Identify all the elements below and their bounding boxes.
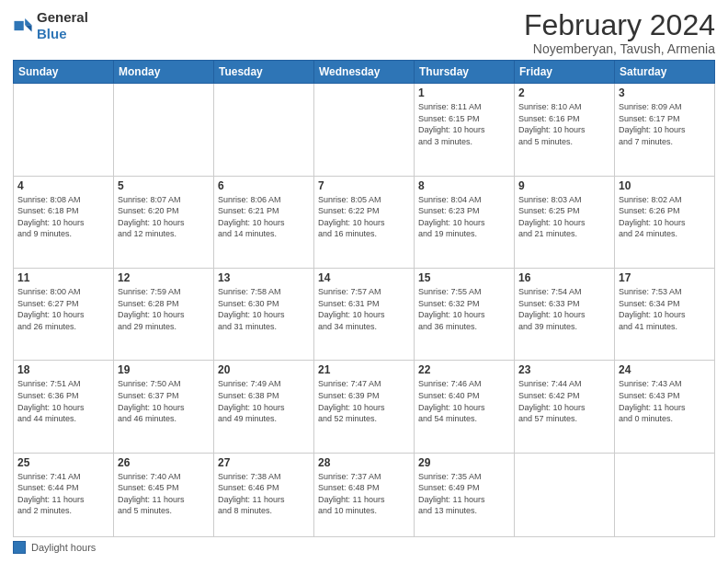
calendar-cell: 1Sunrise: 8:11 AM Sunset: 6:15 PM Daylig… bbox=[415, 84, 515, 176]
calendar-cell: 25Sunrise: 7:41 AM Sunset: 6:44 PM Dayli… bbox=[14, 453, 114, 536]
day-info: Sunrise: 8:05 AM Sunset: 6:22 PM Dayligh… bbox=[318, 194, 410, 240]
header-saturday: Saturday bbox=[615, 61, 715, 84]
subtitle: Noyemberyan, Tavush, Armenia bbox=[524, 41, 715, 56]
calendar-week-0: 1Sunrise: 8:11 AM Sunset: 6:15 PM Daylig… bbox=[14, 84, 715, 176]
day-info: Sunrise: 8:08 AM Sunset: 6:18 PM Dayligh… bbox=[17, 194, 109, 240]
calendar-cell: 10Sunrise: 8:02 AM Sunset: 6:26 PM Dayli… bbox=[615, 176, 715, 268]
day-number: 7 bbox=[318, 179, 410, 192]
header-tuesday: Tuesday bbox=[214, 61, 314, 84]
day-number: 11 bbox=[17, 271, 109, 284]
header: GeneralBlue February 2024 Noyemberyan, T… bbox=[13, 9, 715, 56]
main-title: February 2024 bbox=[524, 9, 715, 41]
day-number: 13 bbox=[218, 271, 310, 284]
logo-icon bbox=[13, 16, 33, 36]
day-info: Sunrise: 7:53 AM Sunset: 6:34 PM Dayligh… bbox=[619, 286, 711, 332]
day-info: Sunrise: 7:41 AM Sunset: 6:44 PM Dayligh… bbox=[17, 471, 109, 517]
header-wednesday: Wednesday bbox=[314, 61, 415, 84]
calendar-cell: 18Sunrise: 7:51 AM Sunset: 6:36 PM Dayli… bbox=[14, 361, 114, 453]
logo: GeneralBlue bbox=[13, 9, 88, 42]
day-number: 5 bbox=[118, 179, 210, 192]
day-number: 8 bbox=[418, 179, 510, 192]
legend-label: Daylight hours bbox=[31, 542, 96, 553]
day-number: 9 bbox=[518, 179, 610, 192]
day-number: 20 bbox=[218, 363, 310, 376]
calendar-cell: 3Sunrise: 8:09 AM Sunset: 6:17 PM Daylig… bbox=[615, 84, 715, 176]
title-block: February 2024 Noyemberyan, Tavush, Armen… bbox=[524, 9, 715, 56]
calendar-cell bbox=[615, 453, 715, 536]
calendar-table: Sunday Monday Tuesday Wednesday Thursday… bbox=[13, 60, 715, 537]
calendar-cell: 7Sunrise: 8:05 AM Sunset: 6:22 PM Daylig… bbox=[314, 176, 415, 268]
day-number: 1 bbox=[418, 86, 510, 99]
day-number: 26 bbox=[118, 456, 210, 469]
day-info: Sunrise: 7:55 AM Sunset: 6:32 PM Dayligh… bbox=[418, 286, 510, 332]
day-number: 19 bbox=[118, 363, 210, 376]
day-number: 6 bbox=[218, 179, 310, 192]
calendar-cell: 19Sunrise: 7:50 AM Sunset: 6:37 PM Dayli… bbox=[114, 361, 214, 453]
legend-box bbox=[13, 541, 26, 554]
svg-rect-3 bbox=[14, 21, 23, 30]
day-number: 4 bbox=[17, 179, 109, 192]
calendar-cell bbox=[314, 84, 415, 176]
day-info: Sunrise: 8:10 AM Sunset: 6:16 PM Dayligh… bbox=[518, 101, 610, 147]
calendar-cell bbox=[114, 84, 214, 176]
calendar-cell bbox=[14, 84, 114, 176]
calendar-cell: 4Sunrise: 8:08 AM Sunset: 6:18 PM Daylig… bbox=[14, 176, 114, 268]
logo-text: GeneralBlue bbox=[37, 9, 88, 42]
calendar-cell: 29Sunrise: 7:35 AM Sunset: 6:49 PM Dayli… bbox=[415, 453, 515, 536]
day-info: Sunrise: 7:35 AM Sunset: 6:49 PM Dayligh… bbox=[418, 471, 510, 517]
calendar-cell: 2Sunrise: 8:10 AM Sunset: 6:16 PM Daylig… bbox=[515, 84, 615, 176]
day-info: Sunrise: 8:11 AM Sunset: 6:15 PM Dayligh… bbox=[418, 101, 510, 147]
day-info: Sunrise: 7:37 AM Sunset: 6:48 PM Dayligh… bbox=[318, 471, 410, 517]
day-number: 18 bbox=[17, 363, 109, 376]
calendar-cell: 15Sunrise: 7:55 AM Sunset: 6:32 PM Dayli… bbox=[415, 268, 515, 360]
day-info: Sunrise: 7:44 AM Sunset: 6:42 PM Dayligh… bbox=[518, 378, 610, 424]
header-sunday: Sunday bbox=[14, 61, 114, 84]
day-info: Sunrise: 7:58 AM Sunset: 6:30 PM Dayligh… bbox=[218, 286, 310, 332]
day-info: Sunrise: 7:59 AM Sunset: 6:28 PM Dayligh… bbox=[118, 286, 210, 332]
calendar-week-2: 11Sunrise: 8:00 AM Sunset: 6:27 PM Dayli… bbox=[14, 268, 715, 360]
calendar-cell bbox=[515, 453, 615, 536]
calendar-cell: 8Sunrise: 8:04 AM Sunset: 6:23 PM Daylig… bbox=[415, 176, 515, 268]
day-number: 27 bbox=[218, 456, 310, 469]
day-info: Sunrise: 8:00 AM Sunset: 6:27 PM Dayligh… bbox=[17, 286, 109, 332]
day-info: Sunrise: 7:38 AM Sunset: 6:46 PM Dayligh… bbox=[218, 471, 310, 517]
calendar-cell: 12Sunrise: 7:59 AM Sunset: 6:28 PM Dayli… bbox=[114, 268, 214, 360]
day-number: 17 bbox=[619, 271, 711, 284]
calendar-cell: 20Sunrise: 7:49 AM Sunset: 6:38 PM Dayli… bbox=[214, 361, 314, 453]
calendar-cell: 16Sunrise: 7:54 AM Sunset: 6:33 PM Dayli… bbox=[515, 268, 615, 360]
day-number: 10 bbox=[619, 179, 711, 192]
day-number: 28 bbox=[318, 456, 410, 469]
day-info: Sunrise: 8:07 AM Sunset: 6:20 PM Dayligh… bbox=[118, 194, 210, 240]
day-info: Sunrise: 8:02 AM Sunset: 6:26 PM Dayligh… bbox=[619, 194, 711, 240]
day-number: 3 bbox=[619, 86, 711, 99]
day-number: 23 bbox=[518, 363, 610, 376]
calendar-cell: 21Sunrise: 7:47 AM Sunset: 6:39 PM Dayli… bbox=[314, 361, 415, 453]
calendar-cell: 13Sunrise: 7:58 AM Sunset: 6:30 PM Dayli… bbox=[214, 268, 314, 360]
page: GeneralBlue February 2024 Noyemberyan, T… bbox=[0, 0, 728, 563]
day-number: 14 bbox=[318, 271, 410, 284]
logo-blue: Blue bbox=[37, 26, 67, 41]
header-monday: Monday bbox=[114, 61, 214, 84]
calendar-cell: 14Sunrise: 7:57 AM Sunset: 6:31 PM Dayli… bbox=[314, 268, 415, 360]
calendar-cell: 27Sunrise: 7:38 AM Sunset: 6:46 PM Dayli… bbox=[214, 453, 314, 536]
day-info: Sunrise: 7:49 AM Sunset: 6:38 PM Dayligh… bbox=[218, 378, 310, 424]
day-number: 29 bbox=[418, 456, 510, 469]
calendar-cell: 17Sunrise: 7:53 AM Sunset: 6:34 PM Dayli… bbox=[615, 268, 715, 360]
header-friday: Friday bbox=[515, 61, 615, 84]
calendar-body: 1Sunrise: 8:11 AM Sunset: 6:15 PM Daylig… bbox=[14, 84, 715, 537]
calendar-week-4: 25Sunrise: 7:41 AM Sunset: 6:44 PM Dayli… bbox=[14, 453, 715, 536]
day-number: 16 bbox=[518, 271, 610, 284]
header-thursday: Thursday bbox=[415, 61, 515, 84]
calendar-cell: 22Sunrise: 7:46 AM Sunset: 6:40 PM Dayli… bbox=[415, 361, 515, 453]
calendar-cell: 26Sunrise: 7:40 AM Sunset: 6:45 PM Dayli… bbox=[114, 453, 214, 536]
day-info: Sunrise: 8:09 AM Sunset: 6:17 PM Dayligh… bbox=[619, 101, 711, 147]
calendar-cell: 6Sunrise: 8:06 AM Sunset: 6:21 PM Daylig… bbox=[214, 176, 314, 268]
day-info: Sunrise: 7:40 AM Sunset: 6:45 PM Dayligh… bbox=[118, 471, 210, 517]
header-row: Sunday Monday Tuesday Wednesday Thursday… bbox=[14, 61, 715, 84]
day-info: Sunrise: 7:43 AM Sunset: 6:43 PM Dayligh… bbox=[619, 378, 711, 424]
day-info: Sunrise: 7:50 AM Sunset: 6:37 PM Dayligh… bbox=[118, 378, 210, 424]
day-info: Sunrise: 8:03 AM Sunset: 6:25 PM Dayligh… bbox=[518, 194, 610, 240]
day-number: 25 bbox=[17, 456, 109, 469]
day-number: 2 bbox=[518, 86, 610, 99]
calendar-cell: 5Sunrise: 8:07 AM Sunset: 6:20 PM Daylig… bbox=[114, 176, 214, 268]
